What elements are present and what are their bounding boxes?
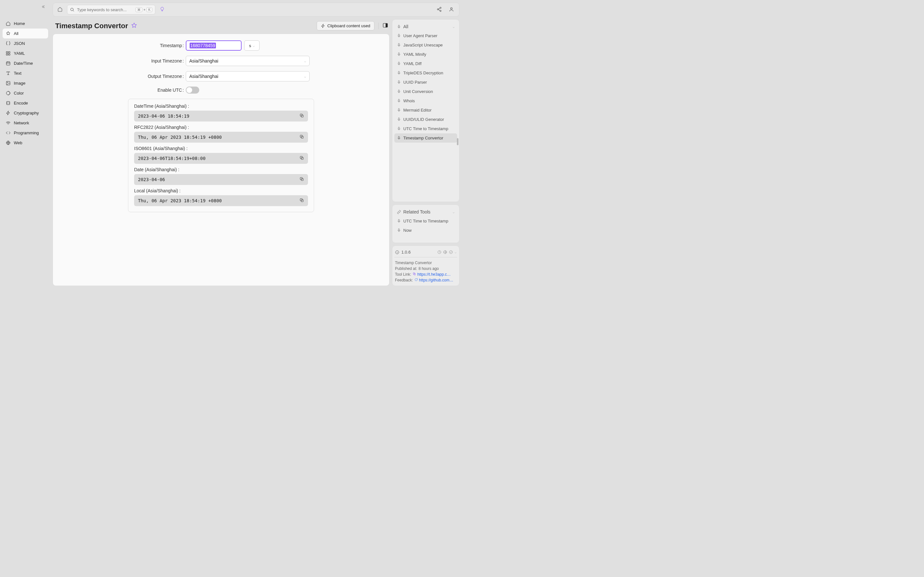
- sidebar-item-web[interactable]: Web: [3, 138, 48, 148]
- chevron-down-icon: ⌵: [453, 25, 455, 29]
- input-timezone-label: Input Timezone: [59, 58, 186, 63]
- input-timezone-select[interactable]: Asia/Shanghai ⌵: [186, 56, 310, 66]
- sidebar-item-text[interactable]: Text: [3, 68, 48, 78]
- copy-link-icon[interactable]: [413, 272, 416, 277]
- result-label: DateTime (Asia/Shanghai) :: [134, 103, 308, 109]
- enable-utc-label: Enable UTC: [59, 87, 186, 93]
- copy-button[interactable]: [299, 134, 304, 140]
- related-item[interactable]: UTC Time to Timestamp: [394, 216, 457, 226]
- copy-button[interactable]: [299, 198, 304, 203]
- tool-item[interactable]: YAML Diff: [394, 59, 457, 68]
- pin-icon: [397, 228, 401, 232]
- chevron-down-icon[interactable]: ⌵: [455, 250, 457, 254]
- clock-icon[interactable]: [437, 250, 441, 254]
- tool-item[interactable]: UUID/ULID Generator: [394, 115, 457, 124]
- sidebar-item-home[interactable]: Home: [3, 19, 48, 29]
- sidebar-item-label: Home: [14, 21, 25, 26]
- panel-toggle-button[interactable]: [383, 23, 388, 29]
- pin-icon: [397, 99, 401, 103]
- copy-button[interactable]: [299, 113, 304, 119]
- share-button[interactable]: [435, 5, 444, 15]
- search-icon: [70, 7, 74, 12]
- tool-item[interactable]: UUID Parser: [394, 77, 457, 87]
- svg-point-6: [7, 82, 8, 83]
- enable-utc-toggle[interactable]: [186, 87, 199, 93]
- tool-item[interactable]: JavaScript Unescape: [394, 40, 457, 50]
- tool-item[interactable]: Whois: [394, 96, 457, 105]
- sidebar-item-label: YAML: [14, 51, 25, 56]
- chevron-down-icon: ⌵: [304, 59, 306, 63]
- info-feedback: Feedback: https://github.com/…: [394, 277, 457, 283]
- related-tools-header[interactable]: Related Tools ⌵: [394, 207, 457, 216]
- sidebar-item-color[interactable]: Color: [3, 88, 48, 98]
- sidebar-item-network[interactable]: Network: [3, 118, 48, 128]
- main-card: Timestamp 1680778459 s ⌵ Input T: [53, 34, 389, 286]
- divider: [378, 23, 379, 29]
- sidebar-item-label: Date/Time: [14, 61, 33, 66]
- search-input-wrap[interactable]: ⌘ + K: [67, 5, 155, 15]
- sidebar-item-json[interactable]: JSON: [3, 39, 48, 48]
- unit-select[interactable]: s ⌵: [244, 40, 260, 51]
- sidebar-collapse-button[interactable]: [41, 5, 45, 10]
- tools-list-header[interactable]: All ⌵: [394, 22, 457, 31]
- output-timezone-select[interactable]: Asia/Shanghai ⌵: [186, 71, 310, 81]
- sidebar-item-label: Text: [14, 71, 21, 76]
- pin-icon: [397, 34, 401, 38]
- sidebar-item-label: JSON: [14, 41, 25, 46]
- svg-rect-4: [6, 62, 10, 65]
- sidebar: Home All JSON YAML Date/Time Text: [0, 0, 50, 288]
- results-box: DateTime (Asia/Shanghai) : 2023-04-06 18…: [128, 99, 314, 212]
- chevron-down-icon: ⌵: [304, 75, 306, 78]
- scrollbar-thumb[interactable]: [457, 138, 459, 145]
- timestamp-input[interactable]: 1680778459: [186, 40, 242, 51]
- search-shortcut: ⌘ + K: [136, 7, 152, 12]
- home-button[interactable]: [56, 5, 64, 14]
- sidebar-item-programming[interactable]: Programming: [3, 128, 48, 138]
- pin-icon: [397, 219, 401, 223]
- related-item[interactable]: Now: [394, 226, 457, 235]
- tool-item[interactable]: Unit Conversion: [394, 87, 457, 96]
- hint-button[interactable]: [158, 5, 166, 14]
- info-icon: [395, 250, 399, 255]
- svg-rect-2: [6, 54, 8, 55]
- tool-item[interactable]: User Agent Parser: [394, 31, 457, 40]
- sidebar-item-yaml[interactable]: YAML: [3, 48, 48, 58]
- tool-link[interactable]: https://t.he3app.co…: [417, 272, 453, 277]
- clipboard-used-button[interactable]: Clipboard content used: [317, 21, 375, 31]
- result-value-datetime: 2023-04-06 18:54:19: [134, 111, 308, 121]
- pin-icon: [397, 108, 401, 112]
- tool-item[interactable]: Timestamp Convertor: [394, 133, 457, 143]
- tool-item[interactable]: YAML Minify: [394, 50, 457, 59]
- sidebar-item-label: Network: [14, 121, 29, 125]
- user-button[interactable]: [447, 5, 456, 15]
- tool-item[interactable]: Mermaid Editor: [394, 105, 457, 115]
- feedback-link[interactable]: https://github.com/…: [419, 278, 454, 282]
- pin-icon: [397, 136, 401, 140]
- tool-item[interactable]: TripleDES Decryption: [394, 68, 457, 77]
- sidebar-item-image[interactable]: Image: [3, 78, 48, 88]
- svg-rect-16: [386, 23, 388, 27]
- result-label: ISO8601 (Asia/Shanghai) :: [134, 146, 308, 151]
- svg-rect-3: [9, 54, 10, 55]
- favorite-button[interactable]: [131, 23, 137, 29]
- page-title: Timestamp Convertor: [55, 22, 128, 30]
- info-card: 1.0.6 ⌵ Timestamp Convertor Published at…: [392, 245, 459, 286]
- copy-button[interactable]: [299, 155, 304, 161]
- tools-list-card: All ⌵ User Agent ParserJavaScript Unesca…: [392, 19, 459, 202]
- sidebar-item-label: All: [14, 31, 18, 36]
- tool-item[interactable]: UTC Time to Timestamp: [394, 124, 457, 133]
- sidebar-item-label: Cryptography: [14, 111, 39, 115]
- sidebar-item-label: Image: [14, 81, 25, 85]
- pin-icon: [397, 89, 401, 93]
- sidebar-item-cryptography[interactable]: Cryptography: [3, 108, 48, 118]
- check-circle-icon[interactable]: [449, 250, 453, 254]
- svg-rect-1: [9, 52, 10, 53]
- sidebar-item-datetime[interactable]: Date/Time: [3, 58, 48, 68]
- search-input[interactable]: [77, 7, 133, 12]
- sidebar-item-encode[interactable]: Encode: [3, 98, 48, 108]
- chevron-down-icon: ⌵: [253, 44, 255, 47]
- sidebar-item-all[interactable]: All: [3, 29, 48, 39]
- info-toollink: Tool Link: https://t.he3app.co…: [394, 271, 457, 277]
- copy-button[interactable]: [299, 177, 304, 182]
- globe-icon[interactable]: [443, 250, 447, 254]
